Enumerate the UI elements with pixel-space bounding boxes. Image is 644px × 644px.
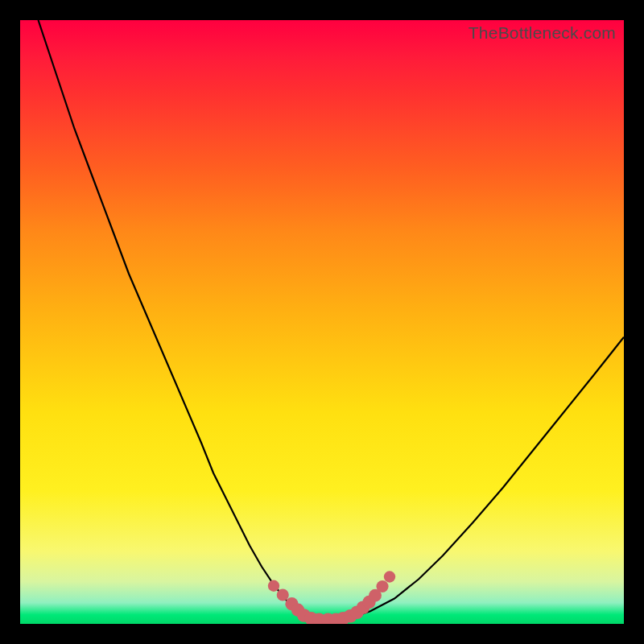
bottleneck-chart: [20, 20, 624, 624]
watermark-text: TheBottleneck.com: [469, 23, 616, 43]
curve-marker: [384, 571, 395, 582]
curve-markers: [268, 571, 395, 624]
chart-plot-area: TheBottleneck.com: [20, 20, 624, 624]
curve-marker: [376, 580, 388, 592]
curve-marker: [268, 580, 279, 592]
curve-marker: [277, 588, 289, 601]
bottleneck-curve: [39, 20, 625, 620]
